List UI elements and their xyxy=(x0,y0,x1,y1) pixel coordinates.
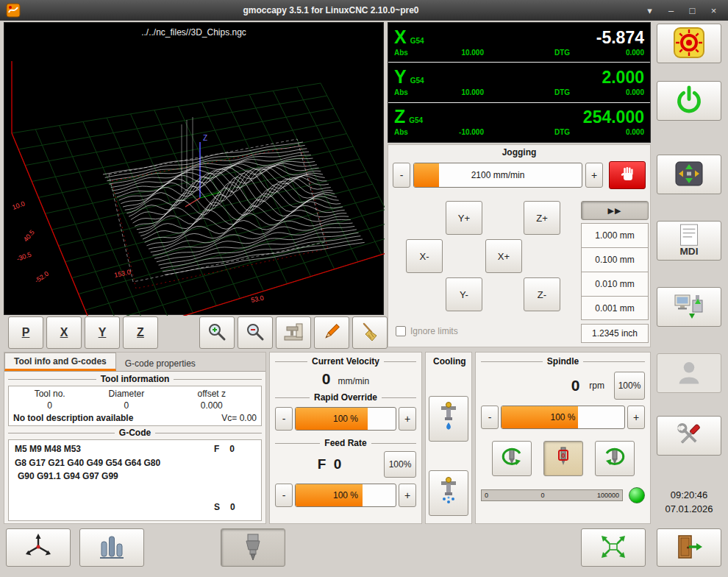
jog-rapid-button[interactable]: ▶▶ xyxy=(581,201,649,220)
jog-z-minus-button[interactable]: Z- xyxy=(524,277,560,311)
axis-tick: 53.0 xyxy=(250,294,264,304)
load-file-button[interactable] xyxy=(657,287,721,327)
val-diameter: 0 xyxy=(86,400,166,411)
spindle-bar-min: 0 xyxy=(485,492,488,499)
feed-reset-button[interactable]: 100% xyxy=(384,451,416,478)
spindle-override-slider[interactable]: 100 % xyxy=(501,406,625,429)
tool-change-button[interactable] xyxy=(221,528,285,567)
tool-panel-tabs: Tool info and G-codes G-code properties xyxy=(4,353,265,372)
mdi-mode-button[interactable]: MDI xyxy=(657,221,721,261)
spindle-plus-button[interactable]: + xyxy=(627,406,645,429)
dro-x-abs-label: Abs xyxy=(394,49,421,57)
close-button[interactable]: × xyxy=(705,5,722,16)
jog-speed-minus-button[interactable]: - xyxy=(393,163,410,188)
view-z-button[interactable]: Z xyxy=(123,316,158,349)
gcode-preview[interactable]: ../../nc_files//3D_Chips.ngc 10.0 40.5 -… xyxy=(4,22,384,315)
view-perspective-button[interactable]: P xyxy=(8,316,43,349)
dro-x-system: G54 xyxy=(410,37,424,45)
axis-tick: 40.5 xyxy=(22,228,36,243)
val-offset-z: 0.000 xyxy=(167,400,257,411)
dro-z-dtg-value: 0.000 xyxy=(581,128,644,136)
clear-plot-button[interactable] xyxy=(352,316,388,349)
flood-coolant-button[interactable] xyxy=(429,396,468,442)
jog-increment-item[interactable]: 1.2345 inch xyxy=(581,324,649,343)
feed-value: 0 xyxy=(334,456,342,472)
machine-on-button[interactable] xyxy=(657,81,721,121)
axis-tick: 10.0 xyxy=(11,199,26,210)
maximize-button[interactable]: □ xyxy=(684,5,701,16)
cooling-title: Cooling xyxy=(429,356,468,367)
exit-door-icon xyxy=(674,533,704,563)
jog-x-minus-button[interactable]: X- xyxy=(406,239,443,273)
jog-speed-plus-button[interactable]: + xyxy=(585,163,603,188)
dro-axis-x[interactable]: X G54 -5.874 Abs 10.000 DTG 0.000 xyxy=(388,23,650,62)
preview-canvas[interactable]: 10.0 40.5 -30.5 -52.0 153.0 53.0 Z xyxy=(4,23,385,316)
spindle-minus-button[interactable]: - xyxy=(481,406,499,429)
jog-speed-slider[interactable]: 2100 mm/min xyxy=(413,163,582,188)
jog-increment-item[interactable]: 1.000 mm xyxy=(581,223,649,247)
gcode-line: G90 G91.1 G94 G97 G99 xyxy=(15,470,214,484)
turtle-jog-button[interactable] xyxy=(609,161,646,189)
view-y-button[interactable]: Y xyxy=(85,316,120,349)
ignore-limits-label: Ignore limits xyxy=(410,326,458,336)
feed-minus-button[interactable]: - xyxy=(275,484,293,507)
dro-z-abs-value: -10.000 xyxy=(421,128,484,136)
vc-value: Vc= 0.00 xyxy=(221,413,257,423)
tab-tool-info[interactable]: Tool info and G-codes xyxy=(4,353,116,371)
zoom-in-icon xyxy=(207,322,227,344)
estop-button[interactable] xyxy=(657,24,721,63)
fullscreen-button[interactable] xyxy=(581,528,646,567)
user-tab-button[interactable] xyxy=(657,353,721,393)
view-x-button[interactable]: X xyxy=(46,316,82,349)
jog-x-plus-button[interactable]: X+ xyxy=(485,239,522,273)
col-diameter: Diameter xyxy=(86,389,166,399)
spindle-stop-button[interactable]: 0 xyxy=(543,441,583,476)
jog-increment-item[interactable]: 0.100 mm xyxy=(581,247,649,272)
tool-path-view-button[interactable] xyxy=(276,316,311,349)
exit-button[interactable] xyxy=(657,528,721,567)
jog-z-plus-button[interactable]: Z+ xyxy=(524,201,560,235)
tool-measure-button[interactable] xyxy=(79,528,144,567)
spindle-cw-button[interactable] xyxy=(595,441,635,476)
zoom-out-button[interactable] xyxy=(238,316,273,349)
ignore-limits-checkbox[interactable]: Ignore limits xyxy=(396,326,458,336)
axes-origin-icon xyxy=(24,532,53,564)
feed-override-slider[interactable]: 100 % xyxy=(295,484,396,507)
spindle-reset-button[interactable]: 100% xyxy=(614,372,645,400)
spindle-panel: Spindle 0 rpm 100% - 100 % + xyxy=(475,352,651,524)
current-velocity-unit: mm/min xyxy=(338,376,370,386)
minimize-button[interactable]: – xyxy=(663,5,679,16)
feed-plus-button[interactable]: + xyxy=(399,484,416,507)
view-x-label: X xyxy=(60,326,68,339)
zoom-in-button[interactable] xyxy=(199,316,235,349)
view-y-label: Y xyxy=(99,326,107,339)
rapid-override-slider[interactable]: 100 % xyxy=(295,407,396,431)
jog-mode-button[interactable] xyxy=(657,155,721,194)
active-gcodes-box: M5 M9 M48 M53 G8 G17 G21 G40 G49 G54 G64… xyxy=(8,439,262,521)
col-tool-no: Tool no. xyxy=(13,389,86,399)
mist-coolant-button[interactable] xyxy=(429,470,468,516)
touch-off-button[interactable] xyxy=(6,528,71,567)
app-icon[interactable] xyxy=(6,3,21,18)
tab-gcode-properties[interactable]: G-code properties xyxy=(116,355,204,371)
dimensions-button[interactable] xyxy=(314,316,349,349)
expand-arrows-icon xyxy=(599,534,628,562)
settings-button[interactable] xyxy=(657,416,721,456)
shade-button[interactable]: ▾ xyxy=(641,5,658,16)
dro-axis-y[interactable]: Y G54 2.000 Abs 10.000 DTG 0.000 xyxy=(388,62,650,102)
machine-view-icon xyxy=(282,322,304,344)
jog-y-minus-button[interactable]: Y- xyxy=(446,277,482,311)
rapid-minus-button[interactable]: - xyxy=(275,407,293,431)
feed-label: F xyxy=(318,456,326,472)
dro-x-abs-value: 10.000 xyxy=(421,49,484,57)
spindle-ccw-button[interactable] xyxy=(492,441,532,476)
feed-rate-title: Feed Rate xyxy=(275,438,416,448)
preview-toolbar: P X Y Z xyxy=(4,316,384,350)
jog-increment-item[interactable]: 0.001 mm xyxy=(581,296,649,320)
dro-axis-z[interactable]: Z G54 254.000 Abs -10.000 DTG 0.000 xyxy=(388,102,650,142)
flood-icon xyxy=(437,402,460,435)
jog-y-plus-button[interactable]: Y+ xyxy=(446,201,482,235)
gcode-title: G-Code xyxy=(8,428,262,438)
rapid-plus-button[interactable]: + xyxy=(399,407,416,431)
jog-increment-item[interactable]: 0.010 mm xyxy=(581,272,649,296)
